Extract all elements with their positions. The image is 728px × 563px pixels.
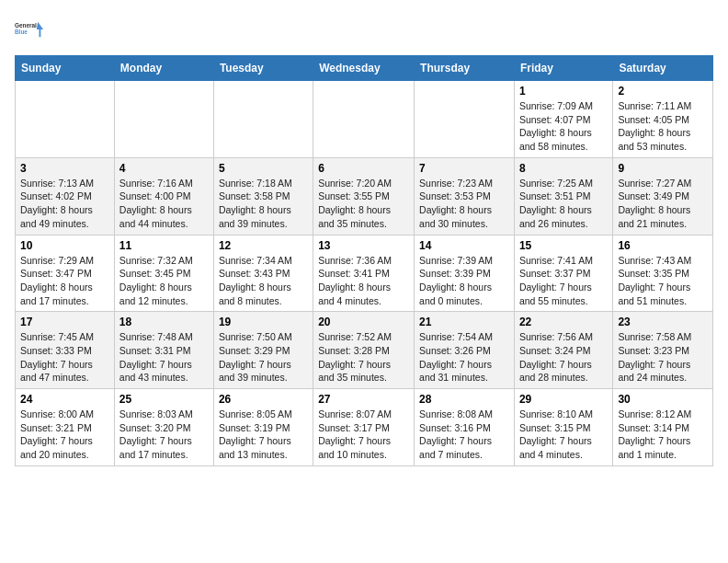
day-info: Sunrise: 8:05 AM Sunset: 3:19 PM Dayligh… xyxy=(219,408,308,462)
weekday-header-friday: Friday xyxy=(514,56,612,81)
day-number: 29 xyxy=(519,393,608,406)
day-info: Sunrise: 8:00 AM Sunset: 3:21 PM Dayligh… xyxy=(20,408,109,462)
calendar-cell: 16Sunrise: 7:43 AM Sunset: 3:35 PM Dayli… xyxy=(613,235,713,312)
day-info: Sunrise: 7:27 AM Sunset: 3:49 PM Dayligh… xyxy=(618,177,708,231)
day-info: Sunrise: 7:56 AM Sunset: 3:24 PM Dayligh… xyxy=(519,330,608,385)
day-info: Sunrise: 8:07 AM Sunset: 3:17 PM Dayligh… xyxy=(318,408,409,462)
day-info: Sunrise: 7:09 AM Sunset: 4:07 PM Dayligh… xyxy=(519,99,608,154)
day-number: 19 xyxy=(219,316,308,328)
day-info: Sunrise: 7:52 AM Sunset: 3:28 PM Dayligh… xyxy=(318,330,409,385)
day-info: Sunrise: 7:54 AM Sunset: 3:26 PM Dayligh… xyxy=(419,330,509,385)
week-row-1: 1Sunrise: 7:09 AM Sunset: 4:07 PM Daylig… xyxy=(16,81,713,158)
day-info: Sunrise: 8:08 AM Sunset: 3:16 PM Dayligh… xyxy=(419,408,509,462)
day-number: 30 xyxy=(618,393,708,406)
day-info: Sunrise: 7:34 AM Sunset: 3:43 PM Dayligh… xyxy=(219,254,308,308)
day-info: Sunrise: 7:23 AM Sunset: 3:53 PM Dayligh… xyxy=(419,177,509,231)
weekday-header-saturday: Saturday xyxy=(613,56,713,81)
day-info: Sunrise: 7:45 AM Sunset: 3:33 PM Dayligh… xyxy=(20,330,109,385)
calendar-cell: 26Sunrise: 8:05 AM Sunset: 3:19 PM Dayli… xyxy=(213,389,313,466)
logo: GeneralBlue xyxy=(15,15,44,44)
day-info: Sunrise: 7:41 AM Sunset: 3:37 PM Dayligh… xyxy=(519,254,608,308)
calendar-table: SundayMondayTuesdayWednesdayThursdayFrid… xyxy=(15,55,713,466)
day-number: 14 xyxy=(419,239,509,252)
day-info: Sunrise: 7:58 AM Sunset: 3:23 PM Dayligh… xyxy=(618,330,708,385)
day-info: Sunrise: 8:10 AM Sunset: 3:15 PM Dayligh… xyxy=(519,408,608,462)
calendar-cell: 15Sunrise: 7:41 AM Sunset: 3:37 PM Dayli… xyxy=(514,235,612,312)
calendar-cell: 4Sunrise: 7:16 AM Sunset: 4:00 PM Daylig… xyxy=(114,157,213,235)
day-number: 12 xyxy=(219,239,308,252)
day-info: Sunrise: 8:12 AM Sunset: 3:14 PM Dayligh… xyxy=(618,408,708,462)
weekday-header-wednesday: Wednesday xyxy=(313,56,415,81)
day-number: 11 xyxy=(119,239,209,252)
day-info: Sunrise: 7:39 AM Sunset: 3:39 PM Dayligh… xyxy=(419,254,509,308)
svg-marker-2 xyxy=(37,22,43,37)
day-info: Sunrise: 7:11 AM Sunset: 4:05 PM Dayligh… xyxy=(618,99,708,154)
day-number: 25 xyxy=(119,393,209,406)
day-info: Sunrise: 7:43 AM Sunset: 3:35 PM Dayligh… xyxy=(618,254,708,308)
day-number: 3 xyxy=(20,162,109,175)
calendar-cell: 21Sunrise: 7:54 AM Sunset: 3:26 PM Dayli… xyxy=(415,312,515,389)
weekday-header-sunday: Sunday xyxy=(16,56,115,81)
logo-icon: GeneralBlue xyxy=(15,15,44,44)
calendar-cell: 29Sunrise: 8:10 AM Sunset: 3:15 PM Dayli… xyxy=(514,389,612,466)
day-info: Sunrise: 7:18 AM Sunset: 3:58 PM Dayligh… xyxy=(219,177,308,231)
calendar-cell: 24Sunrise: 8:00 AM Sunset: 3:21 PM Dayli… xyxy=(16,389,115,466)
calendar-cell xyxy=(16,81,115,158)
day-number: 26 xyxy=(219,393,308,406)
day-number: 24 xyxy=(20,393,109,406)
day-info: Sunrise: 8:03 AM Sunset: 3:20 PM Dayligh… xyxy=(119,408,209,462)
calendar-cell: 11Sunrise: 7:32 AM Sunset: 3:45 PM Dayli… xyxy=(114,235,213,312)
svg-text:General: General xyxy=(15,22,37,29)
weekday-header-tuesday: Tuesday xyxy=(213,56,313,81)
day-number: 16 xyxy=(618,239,708,252)
day-info: Sunrise: 7:20 AM Sunset: 3:55 PM Dayligh… xyxy=(318,177,409,231)
day-number: 8 xyxy=(519,162,608,175)
week-row-5: 24Sunrise: 8:00 AM Sunset: 3:21 PM Dayli… xyxy=(16,389,713,466)
calendar-cell: 20Sunrise: 7:52 AM Sunset: 3:28 PM Dayli… xyxy=(313,312,415,389)
calendar-cell: 13Sunrise: 7:36 AM Sunset: 3:41 PM Dayli… xyxy=(313,235,415,312)
calendar-cell: 25Sunrise: 8:03 AM Sunset: 3:20 PM Dayli… xyxy=(114,389,213,466)
week-row-3: 10Sunrise: 7:29 AM Sunset: 3:47 PM Dayli… xyxy=(16,235,713,312)
calendar-cell: 18Sunrise: 7:48 AM Sunset: 3:31 PM Dayli… xyxy=(114,312,213,389)
week-row-4: 17Sunrise: 7:45 AM Sunset: 3:33 PM Dayli… xyxy=(16,312,713,389)
calendar-cell: 14Sunrise: 7:39 AM Sunset: 3:39 PM Dayli… xyxy=(415,235,515,312)
calendar-cell: 3Sunrise: 7:13 AM Sunset: 4:02 PM Daylig… xyxy=(16,157,115,235)
day-number: 9 xyxy=(618,162,708,175)
calendar-cell: 27Sunrise: 8:07 AM Sunset: 3:17 PM Dayli… xyxy=(313,389,415,466)
calendar-cell xyxy=(114,81,213,158)
calendar-cell xyxy=(213,81,313,158)
day-info: Sunrise: 7:16 AM Sunset: 4:00 PM Dayligh… xyxy=(119,177,209,231)
day-number: 1 xyxy=(519,85,608,98)
day-number: 21 xyxy=(419,316,509,328)
week-row-2: 3Sunrise: 7:13 AM Sunset: 4:02 PM Daylig… xyxy=(16,157,713,235)
day-info: Sunrise: 7:32 AM Sunset: 3:45 PM Dayligh… xyxy=(119,254,209,308)
day-number: 13 xyxy=(318,239,409,252)
day-number: 10 xyxy=(20,239,109,252)
calendar-cell: 19Sunrise: 7:50 AM Sunset: 3:29 PM Dayli… xyxy=(213,312,313,389)
calendar-cell xyxy=(313,81,415,158)
svg-text:Blue: Blue xyxy=(15,29,28,35)
day-info: Sunrise: 7:36 AM Sunset: 3:41 PM Dayligh… xyxy=(318,254,409,308)
calendar-cell: 9Sunrise: 7:27 AM Sunset: 3:49 PM Daylig… xyxy=(613,157,713,235)
calendar-cell: 5Sunrise: 7:18 AM Sunset: 3:58 PM Daylig… xyxy=(213,157,313,235)
calendar-cell: 6Sunrise: 7:20 AM Sunset: 3:55 PM Daylig… xyxy=(313,157,415,235)
weekday-header-monday: Monday xyxy=(114,56,213,81)
day-number: 15 xyxy=(519,239,608,252)
calendar-cell xyxy=(415,81,515,158)
weekday-header-row: SundayMondayTuesdayWednesdayThursdayFrid… xyxy=(16,56,713,81)
day-info: Sunrise: 7:48 AM Sunset: 3:31 PM Dayligh… xyxy=(119,330,209,385)
day-info: Sunrise: 7:13 AM Sunset: 4:02 PM Dayligh… xyxy=(20,177,109,231)
calendar-cell: 23Sunrise: 7:58 AM Sunset: 3:23 PM Dayli… xyxy=(613,312,713,389)
calendar-cell: 28Sunrise: 8:08 AM Sunset: 3:16 PM Dayli… xyxy=(415,389,515,466)
calendar-cell: 7Sunrise: 7:23 AM Sunset: 3:53 PM Daylig… xyxy=(415,157,515,235)
day-number: 22 xyxy=(519,316,608,328)
day-number: 27 xyxy=(318,393,409,406)
day-number: 17 xyxy=(20,316,109,328)
calendar-cell: 2Sunrise: 7:11 AM Sunset: 4:05 PM Daylig… xyxy=(613,81,713,158)
day-number: 18 xyxy=(119,316,209,328)
day-number: 23 xyxy=(618,316,708,328)
weekday-header-thursday: Thursday xyxy=(415,56,515,81)
day-number: 6 xyxy=(318,162,409,175)
day-info: Sunrise: 7:50 AM Sunset: 3:29 PM Dayligh… xyxy=(219,330,308,385)
day-info: Sunrise: 7:29 AM Sunset: 3:47 PM Dayligh… xyxy=(20,254,109,308)
